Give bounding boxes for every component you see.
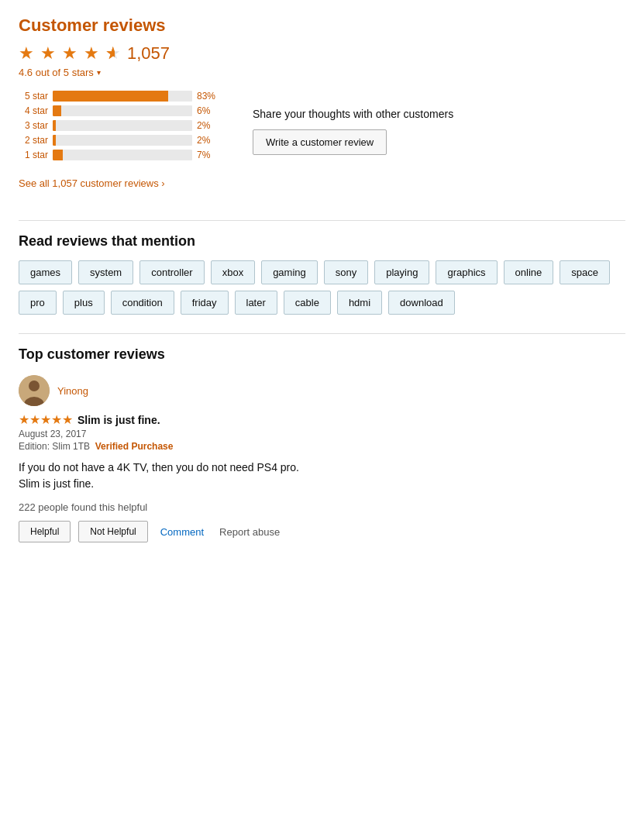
mention-tag-cable[interactable]: cable (284, 291, 331, 315)
bar-track-2 (53, 120, 192, 131)
bar-pct-1: 6% (197, 105, 222, 116)
reviewer-name[interactable]: Yinong (57, 385, 88, 397)
mention-tag-controller[interactable]: controller (139, 260, 204, 284)
bar-fill-2 (53, 120, 56, 131)
mention-tag-plus[interactable]: plus (63, 291, 105, 315)
write-review-button[interactable]: Write a customer review (253, 129, 387, 155)
mention-tag-condition[interactable]: condition (111, 291, 174, 315)
bar-pct-2: 2% (197, 120, 222, 131)
edition-text: Edition: Slim 1TB (19, 441, 90, 452)
review-stars-row: ★★★★★Slim is just fine. (19, 412, 625, 427)
top-reviews-title: Top customer reviews (19, 346, 625, 363)
bar-fill-3 (53, 135, 56, 146)
svg-point-1 (29, 381, 40, 391)
histogram-share-row: 5 star83%4 star6%3 star2%2 star2%1 star7… (19, 91, 625, 164)
rating-histogram: 5 star83%4 star6%3 star2%2 star2%1 star7… (19, 91, 222, 164)
bar-pct-0: 83% (197, 91, 222, 102)
customer-reviews-title: Customer reviews (19, 15, 625, 36)
mention-tag-games[interactable]: games (19, 260, 72, 284)
reviewer-row: Yinong (19, 375, 625, 406)
helpful-count: 222 people found this helpful (19, 501, 625, 513)
review-headline: Slim is just fine. (77, 414, 160, 426)
review-0: Yinong★★★★★Slim is just fine.August 23, … (19, 375, 625, 542)
bar-row-4[interactable]: 1 star7% (19, 150, 222, 160)
review-count[interactable]: 1,057 (127, 43, 170, 64)
mention-tag-playing[interactable]: playing (374, 260, 429, 284)
rating-dropdown-arrow: ▾ (97, 68, 101, 77)
share-text: Share your thoughts with other customers (253, 108, 453, 120)
bar-fill-1 (53, 105, 61, 116)
mention-tag-xbox[interactable]: xbox (211, 260, 255, 284)
divider-1 (19, 220, 625, 221)
mention-tag-graphics[interactable]: graphics (436, 260, 497, 284)
see-all-reviews-link[interactable]: See all 1,057 customer reviews › (19, 177, 165, 189)
bar-fill-0 (53, 91, 168, 102)
comment-link[interactable]: Comment (160, 526, 204, 538)
bar-pct-3: 2% (197, 135, 222, 146)
mention-section-title: Read reviews that mention (19, 233, 625, 250)
bar-pct-4: 7% (197, 150, 222, 160)
bar-track-1 (53, 105, 192, 116)
not-helpful-button[interactable]: Not Helpful (78, 521, 147, 542)
mention-tags-container: gamessystemcontrollerxboxgamingsonyplayi… (19, 260, 625, 315)
bar-track-4 (53, 150, 192, 160)
review-actions: HelpfulNot HelpfulCommentReport abuse (19, 521, 625, 542)
review-stars-icon: ★★★★★ (19, 412, 73, 427)
star-5-half-icon: ★ ★ (105, 43, 121, 64)
bar-track-0 (53, 91, 192, 102)
mention-tag-sony[interactable]: sony (324, 260, 368, 284)
bar-row-1[interactable]: 4 star6% (19, 105, 222, 116)
mention-tag-later[interactable]: later (235, 291, 277, 315)
share-section: Share your thoughts with other customers… (253, 91, 453, 164)
bar-label-3: 2 star (19, 135, 48, 146)
bar-label-1: 4 star (19, 105, 48, 116)
review-body: If you do not have a 4K TV, then you do … (19, 460, 625, 492)
star-1-icon: ★ (19, 45, 34, 62)
bar-row-0[interactable]: 5 star83% (19, 91, 222, 102)
mention-tag-hdmi[interactable]: hdmi (337, 291, 382, 315)
rating-text[interactable]: 4.6 out of 5 stars ▾ (19, 67, 625, 78)
mention-tag-system[interactable]: system (78, 260, 133, 284)
overall-rating-row: ★ ★ ★ ★ ★ ★ 1,057 (19, 43, 625, 64)
mention-tag-friday[interactable]: friday (181, 291, 229, 315)
avatar (19, 375, 50, 406)
mention-tag-space[interactable]: space (560, 260, 610, 284)
rating-value: 4.6 out of 5 stars (19, 67, 94, 78)
report-abuse-link[interactable]: Report abuse (219, 526, 280, 538)
reviews-container: Yinong★★★★★Slim is just fine.August 23, … (19, 375, 625, 542)
star-3-icon: ★ (62, 45, 77, 62)
review-date: August 23, 2017 (19, 429, 625, 439)
mention-tag-pro[interactable]: pro (19, 291, 57, 315)
mention-tag-download[interactable]: download (388, 291, 455, 315)
helpful-button[interactable]: Helpful (19, 521, 71, 542)
mention-tag-online[interactable]: online (504, 260, 554, 284)
bar-track-3 (53, 135, 192, 146)
bar-row-2[interactable]: 3 star2% (19, 120, 222, 131)
bar-label-2: 3 star (19, 120, 48, 131)
star-2-icon: ★ (40, 45, 56, 62)
bar-label-0: 5 star (19, 91, 48, 102)
divider-2 (19, 333, 625, 334)
star-4-icon: ★ (84, 45, 99, 62)
mention-tag-gaming[interactable]: gaming (261, 260, 318, 284)
bar-label-4: 1 star (19, 150, 48, 160)
bar-row-3[interactable]: 2 star2% (19, 135, 222, 146)
bar-fill-4 (53, 150, 63, 160)
review-edition: Edition: Slim 1TB Verified Purchase (19, 441, 625, 452)
verified-badge: Verified Purchase (95, 441, 174, 452)
